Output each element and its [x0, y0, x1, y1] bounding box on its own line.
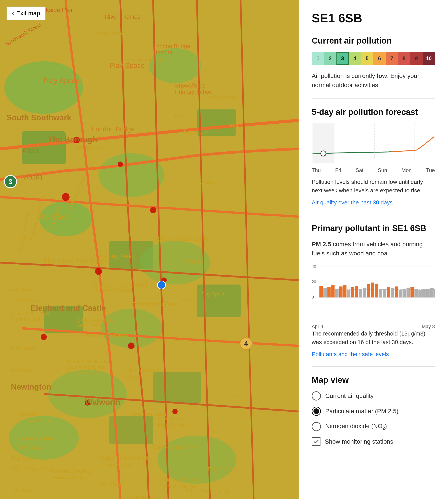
svg-text:Other Sports Facility: Other Sports Facility	[153, 235, 209, 242]
svg-rect-128	[359, 289, 362, 298]
aqi-cell-10[interactable]: 10	[423, 52, 435, 65]
aqi-cell-9[interactable]: 9	[410, 52, 422, 65]
radio-particulate-matter[interactable]: Particulate matter (PM 2.5)	[312, 407, 435, 416]
svg-text:The Borough: The Borough	[48, 135, 97, 144]
svg-rect-122	[335, 289, 339, 298]
forecast-day-fri: Fri	[335, 167, 341, 173]
svg-point-21	[95, 268, 102, 275]
radio-circle-no2[interactable]	[312, 422, 321, 431]
checkbox-monitoring-stations[interactable]: Show monitoring stations	[312, 437, 435, 446]
svg-text:Tottenham Green: Tottenham Green	[131, 301, 178, 308]
radio-nitrogen-dioxide[interactable]: Nitrogen dioxide (NO2)	[312, 422, 435, 431]
svg-text:River Thames: River Thames	[105, 13, 140, 20]
svg-text:Surrey Square Park: Surrey Square Park	[153, 444, 195, 450]
svg-text:Secondary: Secondary	[77, 322, 102, 328]
svg-text:Tooley Street: Tooley Street	[206, 94, 236, 100]
svg-point-24	[128, 343, 135, 349]
svg-text:London College of: London College of	[11, 311, 50, 316]
svg-text:Hospital: Hospital	[153, 49, 174, 56]
svg-point-10	[101, 309, 162, 348]
svg-text:Abbe...: Abbe...	[201, 180, 217, 185]
right-panel: SE1 6SB Current air pollution 1 2 3 4 5 …	[299, 0, 448, 499]
svg-rect-131	[371, 283, 374, 298]
aqi-cell-3[interactable]: 3	[336, 52, 349, 65]
svg-text:A300: A300	[22, 147, 38, 155]
map-marker-4[interactable]: 4	[240, 337, 253, 350]
svg-text:Newcomen Street: Newcomen Street	[131, 57, 170, 62]
radio-circle-current[interactable]	[312, 391, 321, 400]
divider-1	[312, 99, 435, 99]
svg-text:Snowsfields: Snowsfields	[175, 82, 205, 89]
aqi-cell-8[interactable]: 8	[398, 52, 410, 65]
svg-rect-119	[323, 288, 327, 298]
forecast-title: 5-day air pollution forecast	[312, 107, 435, 117]
radio-label-current: Current air quality	[325, 392, 374, 399]
svg-rect-143	[418, 290, 422, 298]
svg-text:South Southwark: South Southwark	[7, 113, 72, 122]
threshold-description: The recommended daily threshold (15μg/m3…	[312, 329, 435, 347]
svg-rect-127	[355, 286, 358, 298]
map-marker-3[interactable]: 3	[4, 175, 17, 188]
forecast-day-sun: Sun	[378, 167, 387, 173]
svg-rect-136	[391, 288, 394, 298]
svg-text:Robert Browning: Robert Browning	[55, 468, 91, 474]
aqi-cell-2[interactable]: 2	[324, 52, 336, 65]
divider-2	[312, 215, 435, 215]
aqi-cell-4[interactable]: 4	[349, 52, 361, 65]
map-section: Bankside Pier River Thames Southwark Str…	[0, 0, 299, 499]
radio-inner-pm25	[313, 408, 319, 414]
svg-text:Other Sports Facility: Other Sports Facility	[186, 488, 229, 494]
svg-text:Primary School: Primary School	[66, 370, 98, 375]
exit-map-button[interactable]: ‹ Exit map	[7, 7, 46, 20]
forecast-section: 5-day air pollution forecast Thu	[312, 107, 435, 206]
radio-label-pm25: Particulate matter (PM 2.5)	[325, 408, 399, 415]
svg-text:Play Space: Play Space	[11, 455, 35, 461]
svg-rect-121	[331, 285, 335, 298]
svg-text:Play Space: Play Space	[109, 62, 145, 69]
checkbox-box-stations[interactable]	[312, 437, 320, 446]
svg-text:Play Space: Play Space	[44, 257, 75, 264]
radio-label-no2: Nitrogen dioxide (NO2)	[325, 423, 387, 431]
forecast-svg	[312, 123, 435, 163]
svg-rect-120	[327, 287, 331, 298]
aqi-cell-5[interactable]: 5	[361, 52, 373, 65]
aqi-cell-6[interactable]: 6	[373, 52, 386, 65]
svg-rect-134	[383, 289, 386, 298]
radio-current-air-quality[interactable]: Current air quality	[312, 391, 435, 400]
svg-text:Old K...: Old K...	[179, 298, 194, 303]
svg-text:Playing Field: Playing Field	[98, 253, 133, 260]
svg-text:Play Space: Play Space	[11, 345, 37, 351]
svg-rect-104	[313, 123, 334, 163]
svg-text:40: 40	[312, 264, 316, 268]
svg-text:School: School	[127, 374, 142, 380]
aqi-cell-1[interactable]: 1	[312, 52, 324, 65]
forecast-description: Pollution levels should remain low until…	[312, 178, 435, 195]
svg-text:Play Space: Play Space	[201, 291, 225, 297]
current-pollution-title: Current air pollution	[312, 36, 435, 46]
past-30-days-link[interactable]: Air quality over the past 30 days	[312, 199, 393, 206]
radio-circle-pm25[interactable]	[312, 407, 321, 416]
svg-point-23	[41, 334, 47, 340]
svg-text:Burgess Pa...: Burgess Pa...	[131, 495, 160, 499]
safe-levels-link[interactable]: Pollutants and their safe levels	[312, 351, 389, 357]
svg-rect-145	[426, 289, 430, 298]
svg-rect-142	[415, 289, 418, 298]
aqi-scale: 1 2 3 4 5 6 7 8 9 10	[312, 52, 435, 65]
svg-rect-130	[367, 284, 370, 298]
pm25-svg: 40 20 0	[312, 262, 435, 319]
forecast-day-thu: Thu	[312, 167, 321, 173]
svg-text:Victory Primary: Victory Primary	[127, 368, 160, 373]
svg-point-1	[4, 61, 83, 114]
svg-text:Other Sports Facility: Other Sports Facility	[11, 466, 54, 472]
primary-pollutant-section: Primary pollutant in SE1 6SB PM 2.5 come…	[312, 224, 435, 358]
map-view-section: Map view Current air quality Particulate…	[312, 375, 435, 446]
current-pollution-section: Current air pollution 1 2 3 4 5 6 7 8 9 …	[312, 36, 435, 90]
forecast-day-sat: Sat	[355, 167, 363, 173]
map-marker-location[interactable]	[157, 281, 166, 289]
svg-rect-141	[410, 287, 414, 298]
svg-text:Play Space: Play Space	[17, 444, 42, 450]
svg-rect-146	[430, 288, 433, 298]
svg-text:Paragon Gardens: Paragon Gardens	[83, 332, 128, 338]
svg-text:Pullens Gardens: Pullens Gardens	[17, 435, 53, 441]
aqi-cell-7[interactable]: 7	[386, 52, 398, 65]
